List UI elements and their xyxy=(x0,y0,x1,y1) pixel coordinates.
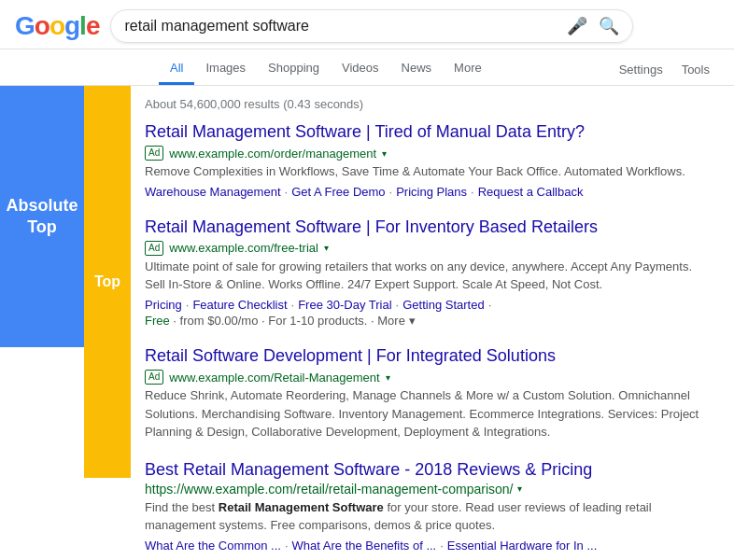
ad-2-url[interactable]: www.example.com/free-trial xyxy=(169,241,318,255)
google-logo: Google xyxy=(15,11,99,41)
ad-1-sitelink-2[interactable]: Get A Free Demo xyxy=(291,185,385,199)
sep-5: · xyxy=(291,298,295,312)
ad-2-sitelink-4[interactable]: Getting Started xyxy=(402,298,484,312)
ad-3-url-row: Ad www.example.com/Retail-Management ▾ xyxy=(145,370,705,385)
logo-g: G xyxy=(15,11,35,40)
organic-1-url[interactable]: https://www.example.com/retail/retail-ma… xyxy=(145,482,514,497)
sep-3: · xyxy=(471,185,474,199)
organic-1-sitelink-2[interactable]: What Are the Benefits of ... xyxy=(292,539,437,553)
ad-2-sitelink-1[interactable]: Pricing xyxy=(145,298,182,312)
top-label: Top xyxy=(84,86,131,478)
tab-more[interactable]: More xyxy=(443,53,493,85)
ad-2-arrow: ▾ xyxy=(324,243,329,253)
organic-1-url-row: https://www.example.com/retail/retail-ma… xyxy=(145,482,705,497)
organic-1-sitelink-1[interactable]: What Are the Common ... xyxy=(145,539,281,553)
sep-6: · xyxy=(396,298,400,312)
ad-3-title-link[interactable]: Retail Software Development | For Integr… xyxy=(145,346,556,365)
ad-3-badge: Ad xyxy=(145,370,163,385)
organic-1-sitelinks: What Are the Common ... · What Are the B… xyxy=(145,539,705,553)
ad-1-sitelink-1[interactable]: Warehouse Management xyxy=(145,185,281,199)
logo-l: l xyxy=(79,11,86,40)
tools-link[interactable]: Tools xyxy=(672,55,719,84)
search-icons: 🎤 🔍 xyxy=(567,16,619,36)
ad-1-sitelink-4[interactable]: Request a Callback xyxy=(478,185,584,199)
ad-1-title-link[interactable]: Retail Management Software | Tired of Ma… xyxy=(145,122,585,141)
ad-2-sitelink-3[interactable]: Free 30-Day Trial xyxy=(298,298,391,312)
header: Google 🎤 🔍 xyxy=(0,0,734,49)
ad-2-sitelink-2[interactable]: Feature Checklist xyxy=(192,298,287,312)
free-label: Free xyxy=(145,314,170,328)
organic-1-desc: Find the best Retail Management Software… xyxy=(145,498,705,535)
ad-2-badge: Ad xyxy=(145,241,163,256)
ad-1-url-row: Ad www.example.com/order/management ▾ xyxy=(145,146,705,161)
sep-4: · xyxy=(186,298,190,312)
nav-tabs: All Images Shopping Videos News More Set… xyxy=(0,49,734,86)
ad-2-url-row: Ad www.example.com/free-trial ▾ xyxy=(145,241,705,256)
organic-1-title-link[interactable]: Best Retail Management Software - 2018 R… xyxy=(145,460,592,479)
ad-result-2: Retail Management Software | For Invento… xyxy=(145,216,705,328)
organic-result-1: Best Retail Management Software - 2018 R… xyxy=(145,458,705,553)
ad-result-3-title[interactable]: Retail Software Development | For Integr… xyxy=(145,344,705,368)
search-icon[interactable]: 🔍 xyxy=(599,16,619,36)
ad-3-url[interactable]: www.example.com/Retail-Management xyxy=(169,371,379,385)
ad-1-sitelink-3[interactable]: Pricing Plans xyxy=(396,185,467,199)
sep-7: · xyxy=(488,298,492,312)
sep-1: · xyxy=(285,185,289,199)
organic-result-1-title[interactable]: Best Retail Management Software - 2018 R… xyxy=(145,458,705,482)
tab-images[interactable]: Images xyxy=(194,53,257,85)
ad-1-desc: Remove Complexities in Workflows, Save T… xyxy=(145,162,705,181)
ad-2-sitelinks: Pricing · Feature Checklist · Free 30-Da… xyxy=(145,298,705,312)
ad-1-badge: Ad xyxy=(145,146,163,161)
microphone-icon[interactable]: 🎤 xyxy=(567,16,587,36)
ad-1-arrow: ▾ xyxy=(382,148,387,159)
ad-3-desc: Reduce Shrink, Automate Reordering, Mana… xyxy=(145,386,705,441)
sep-8: · xyxy=(285,539,289,553)
results-count: About 54,600,000 results (0.43 seconds) xyxy=(145,91,715,120)
ad-2-title-link[interactable]: Retail Management Software | For Invento… xyxy=(145,217,598,236)
tab-news[interactable]: News xyxy=(390,53,444,85)
price-note-text: · from $0.00/mo · For 1-10 products. · M… xyxy=(173,314,415,328)
ad-1-url[interactable]: www.example.com/order/management xyxy=(169,147,376,161)
ad-result-1-title[interactable]: Retail Management Software | Tired of Ma… xyxy=(145,120,705,144)
sep-9: · xyxy=(440,539,444,553)
organic-1-arrow: ▾ xyxy=(517,483,522,494)
absolute-top-label: Absolute Top xyxy=(0,86,84,347)
results-area: Absolute Top Top About 54,600,000 result… xyxy=(0,86,734,560)
ad-result-1: Retail Management Software | Tired of Ma… xyxy=(145,120,705,199)
ad-2-price-note: Free · from $0.00/mo · For 1-10 products… xyxy=(145,314,705,328)
ad-2-desc: Ultimate point of sale for growing retai… xyxy=(145,258,705,294)
logo-e: e xyxy=(86,11,100,40)
logo-g2: g xyxy=(64,11,79,40)
logo-o1: o xyxy=(35,11,49,40)
sep-2: · xyxy=(389,185,393,199)
organic-1-sitelink-3[interactable]: Essential Hardware for In ... xyxy=(447,539,597,553)
settings-link[interactable]: Settings xyxy=(610,55,672,84)
tab-shopping[interactable]: Shopping xyxy=(257,53,331,85)
tab-videos[interactable]: Videos xyxy=(331,53,390,85)
ad-1-sitelinks: Warehouse Management · Get A Free Demo ·… xyxy=(145,185,705,199)
search-bar[interactable]: 🎤 🔍 xyxy=(110,9,633,43)
ad-result-2-title[interactable]: Retail Management Software | For Invento… xyxy=(145,216,705,239)
ad-result-3: Retail Software Development | For Integr… xyxy=(145,344,705,441)
ad-3-arrow: ▾ xyxy=(386,372,390,383)
logo-o2: o xyxy=(49,11,64,40)
search-input[interactable] xyxy=(124,18,567,35)
tab-all[interactable]: All xyxy=(159,53,194,85)
